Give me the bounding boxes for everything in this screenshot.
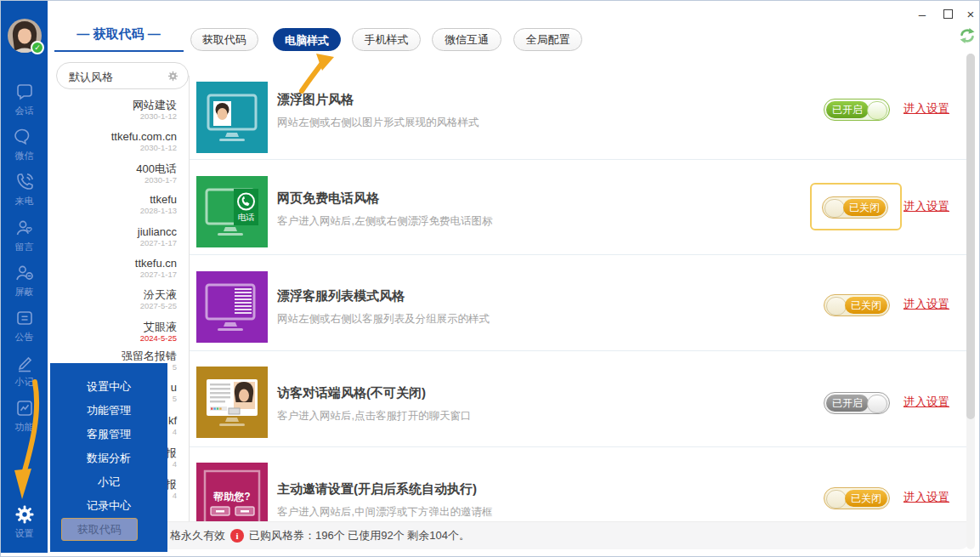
toggle-state-label: 已开启 xyxy=(826,101,869,118)
sidebar-label-notes: 小记 xyxy=(1,376,48,389)
site-name: ttkefu xyxy=(140,193,177,206)
sidebar-item-settings[interactable]: 设置 xyxy=(1,504,48,540)
monitor-agent-list-style-icon xyxy=(196,271,268,343)
site-list-item[interactable]: ttkefu.com.cn 2030-1-12 xyxy=(111,130,177,153)
site-expiry-date-expired: 2024-5-25 xyxy=(140,333,177,344)
site-name: 强留名报错 xyxy=(122,350,177,362)
menu-item-notes[interactable]: 小记 xyxy=(50,470,167,494)
row-divider xyxy=(190,446,970,447)
note-pen-icon xyxy=(14,353,35,373)
menu-item-agent-management[interactable]: 客服管理 xyxy=(50,423,167,446)
menu-item-settings-center[interactable]: 设置中心 xyxy=(50,375,167,399)
toggle-free-call-style[interactable]: 已关闭 xyxy=(822,196,888,219)
style-title: 主动邀请设置(开启后系统自动执行) xyxy=(277,481,477,497)
site-expiry-date: 5 xyxy=(171,394,177,404)
sidebar-item-block[interactable]: 屏蔽 xyxy=(1,263,48,298)
monitor-chat-window-style-icon xyxy=(196,367,268,438)
site-list-item[interactable]: jiuliancc 2027-1-17 xyxy=(138,225,177,248)
site-list-item[interactable]: ttkefu 2028-1-13 xyxy=(140,193,177,216)
minimize-button[interactable]: – xyxy=(913,6,932,23)
style-title: 漂浮客服列表模式风格 xyxy=(277,288,405,304)
site-list-item[interactable]: 网站建设 2030-1-12 xyxy=(133,99,177,122)
enter-settings-link[interactable]: 进入设置 xyxy=(904,490,949,505)
site-list-item[interactable]: u 5 xyxy=(171,381,177,404)
site-name: ttkefu.cn xyxy=(135,257,177,270)
enter-settings-link[interactable]: 进入设置 xyxy=(904,199,949,214)
site-list-item[interactable]: 汾天液 2027-5-25 xyxy=(140,288,177,311)
sidebar-item-notes[interactable]: 小记 xyxy=(1,353,48,389)
site-expiry-date: 2027-1-17 xyxy=(135,270,177,280)
chat-square-icon xyxy=(14,82,35,102)
panel-divider xyxy=(189,76,190,549)
sidebar-label-announcements: 公告 xyxy=(1,331,48,344)
tab-mobile-style[interactable]: 手机样式 xyxy=(352,28,421,51)
sidebar-label-wechat: 微信 xyxy=(1,150,48,162)
tab-pointer-arrow xyxy=(290,50,341,94)
app-window: ✓ 会话 微信 来电 xyxy=(0,0,980,557)
block-person-icon xyxy=(14,263,35,283)
sidebar-item-functions[interactable]: 功能 xyxy=(1,398,48,434)
menu-item-record-center[interactable]: 记录中心 xyxy=(50,494,167,518)
sidebar-label-chat: 会话 xyxy=(1,105,48,117)
site-list-item[interactable]: ttkefu.cn 2027-1-17 xyxy=(135,257,177,280)
maximize-icon xyxy=(943,9,953,19)
site-expiry-date: 2030-1-12 xyxy=(111,143,177,153)
style-filter-select[interactable]: 默认风格 xyxy=(56,62,189,89)
maximize-button[interactable] xyxy=(938,6,957,23)
function-chart-icon xyxy=(14,398,35,418)
sidebar: ✓ 会话 微信 来电 xyxy=(1,1,48,553)
style-filter-value: 默认风格 xyxy=(69,70,113,85)
row-divider xyxy=(190,254,970,255)
toggle-auto-invite[interactable]: 已关闭 xyxy=(824,487,890,509)
menu-item-data-analysis[interactable]: 数据分析 xyxy=(50,446,167,470)
tab-pc-style[interactable]: 电脑样式 xyxy=(273,28,341,51)
enter-settings-link[interactable]: 进入设置 xyxy=(904,297,949,312)
toggle-state-label: 已关闭 xyxy=(845,490,887,507)
sidebar-item-calls[interactable]: 来电 xyxy=(1,172,48,207)
announcement-icon xyxy=(14,308,35,328)
online-status-badge: ✓ xyxy=(31,41,44,54)
sidebar-item-wechat[interactable]: 微信 xyxy=(1,127,48,162)
vertical-scrollbar xyxy=(966,54,975,549)
sidebar-item-announcements[interactable]: 公告 xyxy=(1,308,48,344)
filter-gear-icon[interactable] xyxy=(167,71,178,82)
sidebar-item-chat[interactable]: 会话 xyxy=(1,82,48,117)
close-button[interactable]: × xyxy=(961,6,980,23)
user-avatar[interactable]: ✓ xyxy=(8,19,42,53)
menu-item-get-code[interactable]: 获取代码 xyxy=(61,518,138,541)
panel-title-underline xyxy=(54,50,184,52)
monitor-photo-style-icon xyxy=(196,82,268,153)
sidebar-item-messages[interactable]: 留言 xyxy=(1,218,48,253)
site-name: kf xyxy=(168,414,177,427)
message-person-icon xyxy=(14,218,35,238)
site-name: 网站建设 xyxy=(133,99,177,111)
tab-get-code[interactable]: 获取代码 xyxy=(190,28,258,51)
sidebar-label-functions: 功能 xyxy=(1,421,48,434)
svg-text:帮助您?: 帮助您? xyxy=(212,491,250,503)
site-name: 艾眼液 xyxy=(140,321,177,333)
toggle-state-label: 已关闭 xyxy=(843,199,886,216)
site-list-item[interactable]: 400电话 2030-1-7 xyxy=(136,162,177,185)
site-list-item[interactable]: 艾眼液 2024-5-25 xyxy=(140,321,177,344)
tab-wechat-link[interactable]: 微信互通 xyxy=(432,28,501,51)
refresh-icon[interactable] xyxy=(958,27,977,44)
settings-popup-menu: 设置中心 功能管理 客服管理 数据分析 小记 记录中心 获取代码 xyxy=(50,363,167,552)
style-title: 访客对话端风格(不可关闭) xyxy=(277,385,426,401)
menu-item-function-management[interactable]: 功能管理 xyxy=(50,399,167,423)
style-desc: 客户进入网站后,左侧或右侧漂浮免费电话图标 xyxy=(277,214,492,229)
toggle-agent-list-style[interactable]: 已关闭 xyxy=(824,294,890,316)
site-name: u xyxy=(171,381,177,394)
row-divider xyxy=(190,350,970,351)
phone-icon xyxy=(14,172,35,192)
enter-settings-link[interactable]: 进入设置 xyxy=(904,395,949,410)
toggle-visitor-chat-style[interactable]: 已开启 xyxy=(824,392,890,414)
style-desc: 客户进入网站后,中间漂浮或下方弹出的邀请框 xyxy=(277,505,492,520)
site-list-item[interactable]: kf 4 xyxy=(168,414,177,437)
scrollbar-thumb[interactable] xyxy=(966,54,975,419)
enter-settings-link[interactable]: 进入设置 xyxy=(904,101,949,117)
style-desc: 网站左侧或右侧以客服列表及分组展示的样式 xyxy=(277,312,490,327)
site-expiry-date: 2027-5-25 xyxy=(140,301,177,311)
site-expiry-date: 2030-1-7 xyxy=(136,175,177,185)
toggle-float-image-style[interactable]: 已开启 xyxy=(824,99,890,121)
tab-global-config[interactable]: 全局配置 xyxy=(513,28,582,51)
